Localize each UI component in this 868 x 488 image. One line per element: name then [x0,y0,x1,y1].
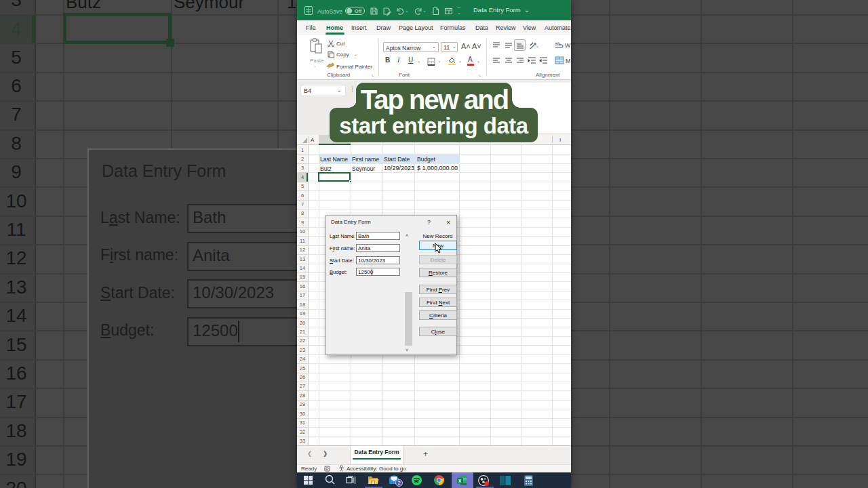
svg-text:X: X [458,478,462,483]
svg-text:2: 2 [397,480,400,486]
svg-text:ab: ab [555,41,560,46]
